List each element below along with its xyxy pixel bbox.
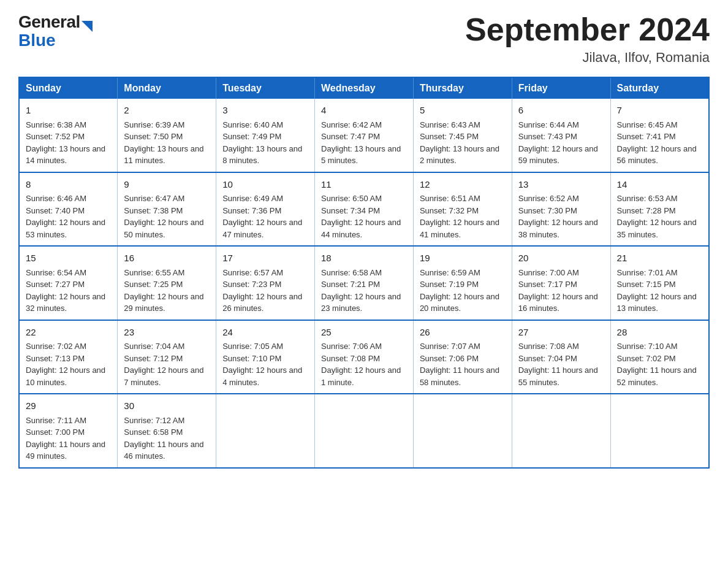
- logo-arrow-icon: [82, 21, 93, 32]
- day-info: Sunrise: 6:55 AMSunset: 7:25 PMDaylight:…: [124, 268, 203, 313]
- day-info: Sunrise: 7:06 AMSunset: 7:08 PMDaylight:…: [321, 342, 401, 387]
- day-number: 1: [26, 104, 111, 118]
- day-info: Sunrise: 7:01 AMSunset: 7:15 PMDaylight:…: [617, 268, 697, 313]
- weekday-header-saturday: Saturday: [610, 77, 709, 99]
- day-info: Sunrise: 6:50 AMSunset: 7:34 PMDaylight:…: [321, 194, 401, 239]
- calendar-week-row: 8Sunrise: 6:46 AMSunset: 7:40 PMDaylight…: [19, 172, 709, 247]
- day-number: 15: [26, 251, 111, 266]
- day-number: 27: [518, 326, 604, 340]
- day-info: Sunrise: 6:45 AMSunset: 7:41 PMDaylight:…: [617, 120, 697, 166]
- calendar-week-row: 22Sunrise: 7:02 AMSunset: 7:13 PMDayligh…: [19, 320, 709, 394]
- calendar-cell: 17Sunrise: 6:57 AMSunset: 7:23 PMDayligh…: [216, 246, 315, 320]
- calendar-cell: [610, 394, 709, 468]
- day-info: Sunrise: 6:57 AMSunset: 7:23 PMDaylight:…: [222, 268, 302, 313]
- day-info: Sunrise: 7:04 AMSunset: 7:12 PMDaylight:…: [124, 342, 203, 387]
- calendar-week-row: 29Sunrise: 7:11 AMSunset: 7:00 PMDayligh…: [19, 394, 709, 468]
- day-number: 6: [518, 104, 604, 118]
- logo-general-text: General: [18, 12, 80, 32]
- calendar-cell: 15Sunrise: 6:54 AMSunset: 7:27 PMDayligh…: [19, 246, 118, 320]
- svg-marker-0: [82, 21, 93, 32]
- calendar-cell: 5Sunrise: 6:43 AMSunset: 7:45 PMDaylight…: [413, 99, 512, 172]
- day-info: Sunrise: 6:47 AMSunset: 7:38 PMDaylight:…: [124, 194, 203, 239]
- calendar-cell: 8Sunrise: 6:46 AMSunset: 7:40 PMDaylight…: [19, 172, 118, 247]
- day-number: 11: [321, 178, 407, 192]
- day-number: 29: [26, 399, 111, 413]
- page-header: General Blue September 2024 Jilava, Ilfo…: [18, 12, 710, 66]
- weekday-header-monday: Monday: [118, 77, 216, 99]
- day-number: 14: [617, 178, 702, 192]
- calendar-week-row: 15Sunrise: 6:54 AMSunset: 7:27 PMDayligh…: [19, 246, 709, 320]
- calendar-title: September 2024: [465, 12, 710, 47]
- calendar-cell: 11Sunrise: 6:50 AMSunset: 7:34 PMDayligh…: [315, 172, 414, 247]
- calendar-week-row: 1Sunrise: 6:38 AMSunset: 7:52 PMDaylight…: [19, 99, 709, 172]
- day-number: 20: [518, 251, 604, 266]
- day-info: Sunrise: 6:52 AMSunset: 7:30 PMDaylight:…: [518, 194, 598, 239]
- day-info: Sunrise: 6:49 AMSunset: 7:36 PMDaylight:…: [222, 194, 302, 239]
- calendar-cell: [512, 394, 610, 468]
- calendar-cell: 30Sunrise: 7:12 AMSunset: 6:58 PMDayligh…: [118, 394, 216, 468]
- calendar-table: SundayMondayTuesdayWednesdayThursdayFrid…: [18, 77, 710, 469]
- calendar-cell: 28Sunrise: 7:10 AMSunset: 7:02 PMDayligh…: [610, 320, 709, 394]
- calendar-cell: 3Sunrise: 6:40 AMSunset: 7:49 PMDaylight…: [216, 99, 315, 172]
- day-number: 2: [124, 104, 210, 118]
- day-info: Sunrise: 6:42 AMSunset: 7:47 PMDaylight:…: [321, 120, 401, 166]
- day-number: 10: [222, 178, 308, 192]
- day-number: 16: [124, 251, 210, 266]
- day-number: 25: [321, 326, 407, 340]
- day-number: 5: [420, 104, 506, 118]
- calendar-cell: 20Sunrise: 7:00 AMSunset: 7:17 PMDayligh…: [512, 246, 610, 320]
- day-number: 21: [617, 251, 702, 266]
- calendar-cell: 19Sunrise: 6:59 AMSunset: 7:19 PMDayligh…: [413, 246, 512, 320]
- day-info: Sunrise: 6:53 AMSunset: 7:28 PMDaylight:…: [617, 194, 697, 239]
- calendar-header-row: SundayMondayTuesdayWednesdayThursdayFrid…: [19, 77, 709, 99]
- calendar-cell: 14Sunrise: 6:53 AMSunset: 7:28 PMDayligh…: [610, 172, 709, 247]
- day-number: 4: [321, 104, 407, 118]
- logo-blue-text: Blue: [18, 31, 56, 50]
- calendar-cell: [216, 394, 315, 468]
- calendar-cell: 27Sunrise: 7:08 AMSunset: 7:04 PMDayligh…: [512, 320, 610, 394]
- weekday-header-sunday: Sunday: [19, 77, 118, 99]
- calendar-cell: 22Sunrise: 7:02 AMSunset: 7:13 PMDayligh…: [19, 320, 118, 394]
- day-info: Sunrise: 6:39 AMSunset: 7:50 PMDaylight:…: [124, 120, 203, 166]
- calendar-cell: 21Sunrise: 7:01 AMSunset: 7:15 PMDayligh…: [610, 246, 709, 320]
- calendar-cell: 6Sunrise: 6:44 AMSunset: 7:43 PMDaylight…: [512, 99, 610, 172]
- day-info: Sunrise: 7:08 AMSunset: 7:04 PMDaylight:…: [518, 342, 598, 387]
- calendar-cell: 18Sunrise: 6:58 AMSunset: 7:21 PMDayligh…: [315, 246, 414, 320]
- day-info: Sunrise: 7:11 AMSunset: 7:00 PMDaylight:…: [26, 416, 105, 461]
- calendar-cell: 16Sunrise: 6:55 AMSunset: 7:25 PMDayligh…: [118, 246, 216, 320]
- day-info: Sunrise: 6:46 AMSunset: 7:40 PMDaylight:…: [26, 194, 105, 239]
- calendar-cell: 26Sunrise: 7:07 AMSunset: 7:06 PMDayligh…: [413, 320, 512, 394]
- weekday-header-friday: Friday: [512, 77, 610, 99]
- calendar-title-block: September 2024 Jilava, Ilfov, Romania: [465, 12, 710, 66]
- weekday-header-wednesday: Wednesday: [315, 77, 414, 99]
- day-number: 8: [26, 178, 111, 192]
- day-info: Sunrise: 7:10 AMSunset: 7:02 PMDaylight:…: [617, 342, 697, 387]
- calendar-cell: 24Sunrise: 7:05 AMSunset: 7:10 PMDayligh…: [216, 320, 315, 394]
- calendar-cell: 13Sunrise: 6:52 AMSunset: 7:30 PMDayligh…: [512, 172, 610, 247]
- day-number: 12: [420, 178, 506, 192]
- calendar-cell: 2Sunrise: 6:39 AMSunset: 7:50 PMDaylight…: [118, 99, 216, 172]
- day-info: Sunrise: 7:07 AMSunset: 7:06 PMDaylight:…: [420, 342, 499, 387]
- day-number: 22: [26, 326, 111, 340]
- logo: General Blue: [18, 12, 93, 49]
- calendar-cell: 9Sunrise: 6:47 AMSunset: 7:38 PMDaylight…: [118, 172, 216, 247]
- calendar-cell: [315, 394, 414, 468]
- day-number: 26: [420, 326, 506, 340]
- day-info: Sunrise: 6:59 AMSunset: 7:19 PMDaylight:…: [420, 268, 499, 313]
- calendar-cell: 29Sunrise: 7:11 AMSunset: 7:00 PMDayligh…: [19, 394, 118, 468]
- calendar-cell: 7Sunrise: 6:45 AMSunset: 7:41 PMDaylight…: [610, 99, 709, 172]
- day-number: 19: [420, 251, 506, 266]
- day-info: Sunrise: 7:12 AMSunset: 6:58 PMDaylight:…: [124, 416, 203, 461]
- calendar-cell: 25Sunrise: 7:06 AMSunset: 7:08 PMDayligh…: [315, 320, 414, 394]
- calendar-cell: 10Sunrise: 6:49 AMSunset: 7:36 PMDayligh…: [216, 172, 315, 247]
- day-number: 13: [518, 178, 604, 192]
- day-info: Sunrise: 6:40 AMSunset: 7:49 PMDaylight:…: [222, 120, 302, 166]
- day-info: Sunrise: 7:02 AMSunset: 7:13 PMDaylight:…: [26, 342, 105, 387]
- calendar-cell: 1Sunrise: 6:38 AMSunset: 7:52 PMDaylight…: [19, 99, 118, 172]
- day-number: 30: [124, 399, 210, 413]
- calendar-cell: 4Sunrise: 6:42 AMSunset: 7:47 PMDaylight…: [315, 99, 414, 172]
- weekday-header-thursday: Thursday: [413, 77, 512, 99]
- day-info: Sunrise: 6:38 AMSunset: 7:52 PMDaylight:…: [26, 120, 105, 166]
- day-number: 9: [124, 178, 210, 192]
- day-number: 3: [222, 104, 308, 118]
